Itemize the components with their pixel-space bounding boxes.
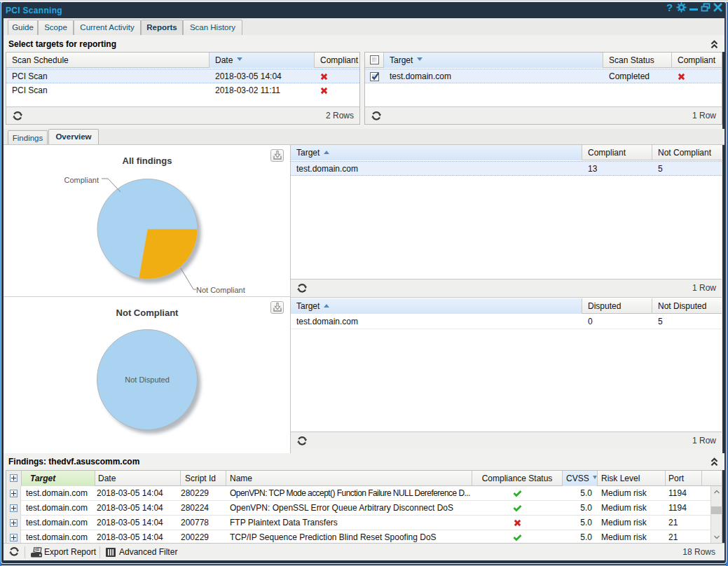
svg-text:Not Disputed: Not Disputed <box>125 375 170 384</box>
svg-text:Not Compliant: Not Compliant <box>196 286 245 294</box>
svg-text:Compliant: Compliant <box>64 176 99 184</box>
